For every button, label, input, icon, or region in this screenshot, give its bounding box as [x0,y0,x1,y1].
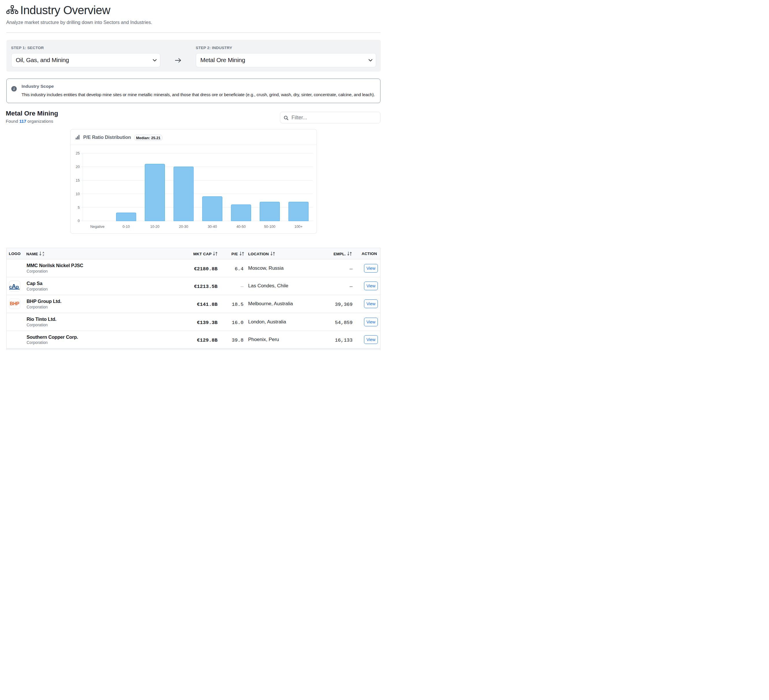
svg-text:15: 15 [76,178,80,183]
svg-text:10: 10 [76,192,80,196]
svg-text:0-10: 0-10 [122,225,130,229]
svg-text:Z: Z [42,254,44,256]
svg-text:25: 25 [76,151,80,155]
svg-text:20-30: 20-30 [179,225,188,229]
svg-text:30-40: 30-40 [208,225,217,229]
svg-text:40-50: 40-50 [236,225,246,229]
svg-text:i: i [13,87,14,91]
svg-text:A: A [42,251,44,254]
svg-text:0: 0 [78,219,80,223]
svg-text:5: 5 [78,206,80,210]
svg-text:100+: 100+ [294,225,302,229]
svg-text:20: 20 [76,165,80,169]
svg-text:Negative: Negative [90,225,104,229]
svg-text:50-100: 50-100 [264,225,275,229]
svg-text:10-20: 10-20 [150,225,159,229]
